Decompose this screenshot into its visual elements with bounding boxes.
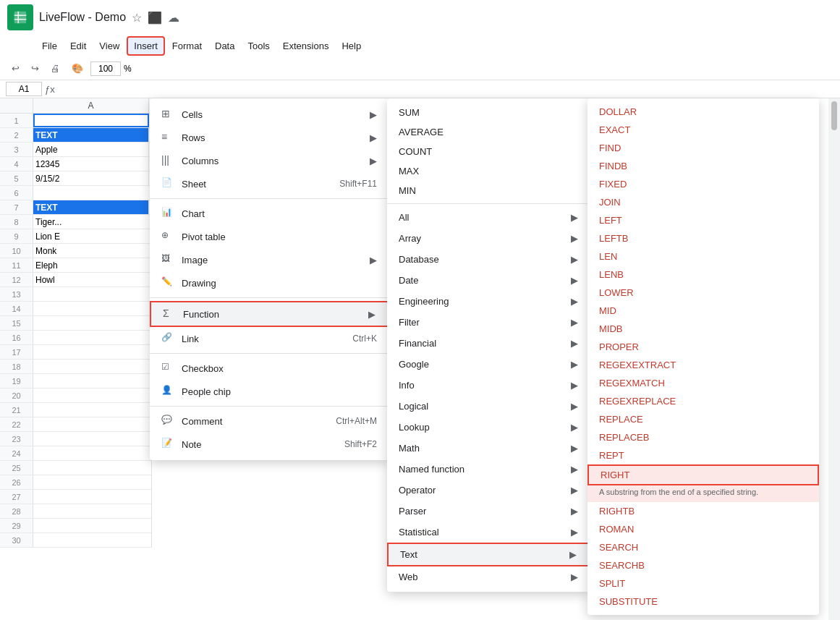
cell[interactable]: Apple bbox=[33, 143, 149, 156]
zoom-input[interactable]: 100 bbox=[90, 61, 121, 76]
cell-ref-input[interactable]: A1 bbox=[6, 82, 42, 96]
fn-math[interactable]: Math ▶ bbox=[387, 438, 590, 459]
insert-note-item[interactable]: 📝 Note Shift+F2 bbox=[150, 433, 389, 456]
quick-fn-min[interactable]: MIN bbox=[387, 181, 590, 200]
insert-people-item[interactable]: 👤 People chip bbox=[150, 380, 389, 403]
text-fn-find[interactable]: FIND bbox=[587, 139, 819, 157]
text-fn-right[interactable]: RIGHT bbox=[587, 464, 819, 485]
insert-checkbox-item[interactable]: ☑ Checkbox bbox=[150, 357, 389, 380]
menu-file[interactable]: File bbox=[36, 38, 63, 54]
formula-input[interactable] bbox=[58, 82, 834, 96]
fn-database[interactable]: Database ▶ bbox=[387, 249, 590, 270]
scrollbar-thumb[interactable] bbox=[831, 101, 837, 130]
insert-image-item[interactable]: 🖼 Image ▶ bbox=[150, 248, 389, 271]
fn-financial[interactable]: Financial ▶ bbox=[387, 333, 590, 354]
text-fn-regexextract[interactable]: REGEXEXTRACT bbox=[587, 356, 819, 374]
text-fn-rightb[interactable]: RIGHTB bbox=[587, 502, 819, 520]
fn-text[interactable]: Text ▶ bbox=[387, 543, 590, 566]
insert-link-item[interactable]: 🔗 Link Ctrl+K bbox=[150, 327, 389, 350]
menu-tools[interactable]: Tools bbox=[242, 38, 275, 54]
cell[interactable] bbox=[33, 114, 149, 127]
text-fn-substitute[interactable]: SUBSTITUTE bbox=[587, 593, 819, 611]
fn-logical[interactable]: Logical ▶ bbox=[387, 396, 590, 417]
undo-icon[interactable]: ↩ bbox=[7, 60, 24, 77]
fn-web[interactable]: Web ▶ bbox=[387, 566, 590, 587]
link-icon: 🔗 bbox=[161, 332, 174, 345]
text-fn-lenb[interactable]: LENB bbox=[587, 266, 819, 284]
insert-comment-item[interactable]: 💬 Comment Ctrl+Alt+M bbox=[150, 409, 389, 433]
fn-array[interactable]: Array ▶ bbox=[387, 228, 590, 249]
scrollbar[interactable] bbox=[828, 98, 840, 620]
cell[interactable]: 12345 bbox=[33, 157, 149, 171]
text-fn-search[interactable]: SEARCH bbox=[587, 538, 819, 556]
cell[interactable]: Lion E bbox=[33, 229, 149, 243]
insert-pivot-item[interactable]: ⊕ Pivot table bbox=[150, 225, 389, 248]
insert-sheet-item[interactable]: 📄 Sheet Shift+F11 bbox=[150, 172, 389, 195]
text-fn-join[interactable]: JOIN bbox=[587, 193, 819, 211]
text-fn-searchb[interactable]: SEARCHB bbox=[587, 556, 819, 574]
star-icon[interactable]: ☆ bbox=[132, 11, 142, 25]
text-fn-regexreplace[interactable]: REGEXREPLACE bbox=[587, 392, 819, 410]
quick-fn-sum[interactable]: SUM bbox=[387, 103, 590, 122]
quick-fn-max[interactable]: MAX bbox=[387, 161, 590, 181]
folder-icon[interactable]: ⬛ bbox=[148, 11, 162, 25]
insert-function-item[interactable]: Σ Function ▶ bbox=[150, 301, 389, 327]
cell[interactable]: Eleph bbox=[33, 258, 149, 272]
text-fn-lower[interactable]: LOWER bbox=[587, 284, 819, 302]
fn-filter[interactable]: Filter ▶ bbox=[387, 312, 590, 333]
text-fn-dollar[interactable]: DOLLAR bbox=[587, 103, 819, 121]
menu-edit[interactable]: Edit bbox=[64, 38, 92, 54]
cell[interactable]: TEXT bbox=[33, 128, 149, 142]
print-icon[interactable]: 🖨 bbox=[46, 60, 64, 77]
text-fn-roman[interactable]: ROMAN bbox=[587, 520, 819, 538]
redo-icon[interactable]: ↪ bbox=[27, 60, 43, 77]
text-fn-midb[interactable]: MIDB bbox=[587, 320, 819, 338]
fn-parser[interactable]: Parser ▶ bbox=[387, 501, 590, 522]
text-fn-replaceb[interactable]: REPLACEB bbox=[587, 428, 819, 446]
text-fn-regexmatch[interactable]: REGEXMATCH bbox=[587, 374, 819, 392]
cell[interactable] bbox=[33, 186, 149, 200]
menu-view[interactable]: View bbox=[93, 38, 125, 54]
fn-engineering[interactable]: Engineering ▶ bbox=[387, 291, 590, 312]
fn-google[interactable]: Google ▶ bbox=[387, 354, 590, 375]
text-fn-findb[interactable]: FINDB bbox=[587, 157, 819, 175]
fn-info[interactable]: Info ▶ bbox=[387, 375, 590, 396]
quick-fn-count[interactable]: COUNT bbox=[387, 142, 590, 161]
cell[interactable]: Tiger... bbox=[33, 215, 149, 229]
text-fn-mid[interactable]: MID bbox=[587, 302, 819, 320]
insert-cells-item[interactable]: ⊞ Cells ▶ bbox=[150, 103, 389, 126]
text-fn-leftb[interactable]: LEFTB bbox=[587, 229, 819, 247]
insert-rows-item[interactable]: ≡ Rows ▶ bbox=[150, 126, 389, 149]
text-fn-replace[interactable]: REPLACE bbox=[587, 410, 819, 428]
text-fn-len[interactable]: LEN bbox=[587, 247, 819, 266]
quick-fn-average[interactable]: AVERAGE bbox=[387, 122, 590, 142]
text-fn-split[interactable]: SPLIT bbox=[587, 574, 819, 593]
col-header-a[interactable]: A bbox=[33, 98, 149, 113]
text-fn-rept[interactable]: REPT bbox=[587, 446, 819, 464]
text-fn-fixed[interactable]: FIXED bbox=[587, 175, 819, 193]
fn-lookup[interactable]: Lookup ▶ bbox=[387, 417, 590, 438]
text-fn-proper[interactable]: PROPER bbox=[587, 338, 819, 356]
insert-chart-item[interactable]: 📊 Chart bbox=[150, 202, 389, 225]
text-fn-left[interactable]: LEFT bbox=[587, 211, 819, 229]
menu-extensions[interactable]: Extensions bbox=[277, 38, 335, 54]
menu-data[interactable]: Data bbox=[209, 38, 240, 54]
cell[interactable]: Monk bbox=[33, 244, 149, 258]
menu-insert[interactable]: Insert bbox=[127, 36, 165, 56]
fn-operator[interactable]: Operator ▶ bbox=[387, 480, 590, 501]
note-icon: 📝 bbox=[161, 438, 174, 451]
fn-date[interactable]: Date ▶ bbox=[387, 270, 590, 291]
cell[interactable]: TEXT bbox=[33, 200, 149, 214]
menu-format[interactable]: Format bbox=[166, 38, 208, 54]
cell[interactable]: Howl bbox=[33, 273, 149, 286]
text-fn-exact[interactable]: EXACT bbox=[587, 121, 819, 139]
menu-help[interactable]: Help bbox=[336, 38, 367, 54]
fn-all[interactable]: All ▶ bbox=[387, 207, 590, 228]
cloud-icon[interactable]: ☁ bbox=[168, 11, 179, 25]
cell[interactable]: 9/15/2 bbox=[33, 171, 149, 185]
fn-named-function[interactable]: Named function ▶ bbox=[387, 459, 590, 480]
fn-statistical[interactable]: Statistical ▶ bbox=[387, 522, 590, 543]
insert-columns-item[interactable]: ||| Columns ▶ bbox=[150, 149, 389, 172]
insert-drawing-item[interactable]: ✏️ Drawing bbox=[150, 271, 389, 294]
paint-format-icon[interactable]: 🎨 bbox=[67, 60, 88, 77]
